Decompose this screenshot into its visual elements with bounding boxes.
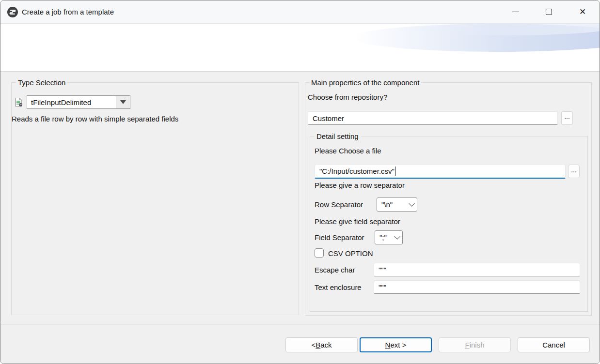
back-label-mnemonic: B [316,341,320,349]
chevron-down-icon [394,233,400,240]
cancel-button[interactable]: Cancel [518,337,590,352]
field-separator-label: Field Separator [315,233,364,242]
component-type-value: tFileInputDelimited [27,96,116,108]
main-properties-group-label: Main properties of the component [309,78,421,87]
text-enclosure-value: """ [379,283,386,291]
close-button[interactable]: ✕ [571,0,594,23]
finish-label-suffix: inish [470,341,485,349]
choose-from-repository-label: Choose from repository? [308,93,387,101]
escape-char-input[interactable]: """ [374,263,580,276]
row-separator-combobox[interactable]: "\n" [377,197,417,212]
finish-button[interactable]: Finish [439,337,511,352]
csv-option-checkbox[interactable] [315,248,324,258]
talend-logo-icon [7,7,18,17]
minimize-icon [512,12,519,12]
next-label-suffix: ext > [390,341,406,349]
text-enclosure-input[interactable]: """ [374,280,580,294]
choose-file-label: Please Choose a file [315,147,381,155]
finish-label-mnemonic: F [465,341,469,349]
minimize-button[interactable] [505,0,527,23]
component-description: Reads a file row by row with simple sepa… [12,115,178,123]
chevron-down-icon [409,200,415,207]
back-label-suffix: ack [320,341,332,349]
delimited-file-icon [14,97,23,107]
next-button[interactable]: Next > [360,337,432,352]
repository-input[interactable]: Customer [308,111,558,125]
text-enclosure-label: Text enclosure [315,283,362,291]
row-separator-label: Row Separator [315,200,363,209]
window-title: Create a job from a template [22,0,114,24]
repository-value: Customer [313,114,344,122]
back-button[interactable]: < Back [285,337,358,352]
csv-option-label: CSV OPTION [328,249,373,258]
escape-char-value: """ [379,266,386,274]
row-separator-value: "\n" [381,200,393,209]
file-browse-button[interactable]: ... [568,165,580,178]
component-type-combobox[interactable]: tFileInputDelimited [27,95,130,109]
file-path-input[interactable]: "C:/Input/customer.csv" [315,164,566,179]
repository-browse-button[interactable]: ... [561,111,573,125]
field-separator-prompt: Please give field separator [315,217,400,226]
back-label-prefix: < [311,341,316,349]
wizard-header: Select the fields to setup the source #1… [0,24,600,72]
file-path-value: "C:/Input/customer.csv" [319,167,395,175]
title-bar: Create a job from a template ✕ [0,0,600,24]
dropdown-arrow-box [116,96,130,108]
row-separator-prompt: Please give a row separator [315,181,405,189]
field-separator-combobox[interactable]: ";" [375,230,403,244]
wizard-window: Create a job from a template ✕ Select th… [0,0,600,364]
close-icon: ✕ [579,8,586,16]
maximize-icon [546,9,552,15]
field-separator-value: ";" [379,233,387,242]
dropdown-arrow-icon [120,100,126,104]
maximize-button[interactable] [537,0,560,23]
escape-char-label: Escape char [315,266,355,274]
next-label-mnemonic: N [385,341,391,349]
text-caret [395,167,396,176]
type-selection-group-label: Type Selection [16,78,67,87]
detail-setting-group-label: Detail setting [315,132,361,141]
